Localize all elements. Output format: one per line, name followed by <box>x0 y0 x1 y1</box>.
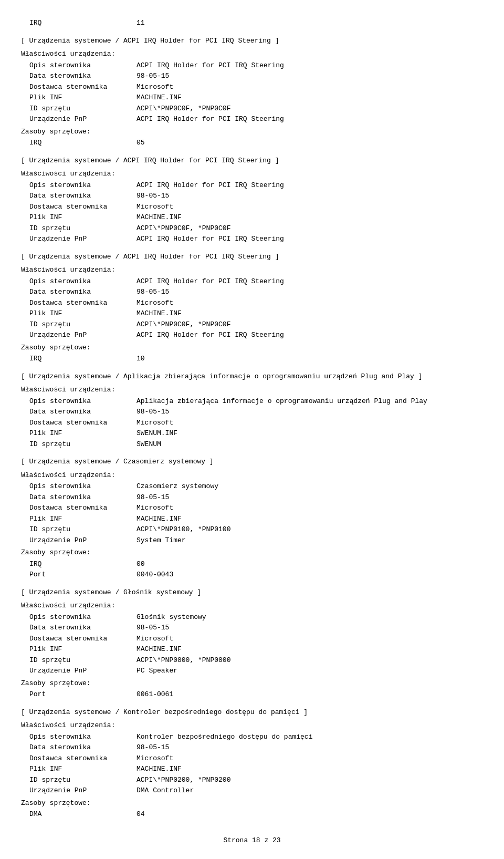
property-value-1-3: MACHINE.INF <box>136 212 483 223</box>
property-row-2-2: Dostawca sterownikaMicrosoft <box>21 298 483 308</box>
property-value-4-3: MACHINE.INF <box>136 514 483 524</box>
resource-row-4-0: IRQ00 <box>21 559 483 570</box>
property-row-2-1: Data sterownika98-05-15 <box>21 287 483 297</box>
resources-title-4: Zasoby sprzętowe: <box>21 547 483 558</box>
resource-row-0-0: IRQ05 <box>21 138 483 148</box>
property-value-0-2: Microsoft <box>136 82 483 92</box>
property-value-6-4: ACPI\*PNP0200, *PNP0200 <box>136 775 483 785</box>
irq-standalone-label: IRQ <box>29 18 136 28</box>
property-row-1-1: Data sterownika98-05-15 <box>21 191 483 201</box>
property-row-1-5: Urządzenie PnPACPI IRQ Holder for PCI IR… <box>21 234 483 244</box>
section-header-4: [ Urządzenia systemowe / Czasomierz syst… <box>21 457 483 467</box>
irq-standalone-row: IRQ 11 <box>29 18 483 28</box>
property-row-5-2: Dostawca sterownikaMicrosoft <box>21 634 483 644</box>
property-row-0-3: Plik INFMACHINE.INF <box>21 92 483 103</box>
property-row-6-5: Urządzenie PnPDMA Controller <box>21 785 483 796</box>
property-value-6-0: Kontroler bezpośredniego dostępu do pami… <box>136 732 483 742</box>
resources-title-0: Zasoby sprzętowe: <box>21 127 483 137</box>
resource-value-2-0: 10 <box>136 354 483 364</box>
property-row-1-4: ID sprzętuACPI\*PNP0C0F, *PNP0C0F <box>21 223 483 234</box>
property-value-3-4: SWENUM <box>136 439 483 450</box>
property-label-6-1: Data sterownika <box>21 742 136 753</box>
property-label-6-5: Urządzenie PnP <box>21 785 136 796</box>
property-value-1-0: ACPI IRQ Holder for PCI IRQ Steering <box>136 180 483 191</box>
properties-title-6: Właściwości urządzenia: <box>21 720 483 731</box>
property-label-5-4: ID sprzętu <box>21 655 136 666</box>
property-row-3-4: ID sprzętuSWENUM <box>21 439 483 450</box>
property-value-3-2: Microsoft <box>136 418 483 428</box>
property-value-2-3: MACHINE.INF <box>136 308 483 319</box>
property-value-2-2: Microsoft <box>136 298 483 308</box>
property-row-4-5: Urządzenie PnPSystem Timer <box>21 535 483 546</box>
property-row-1-2: Dostawca sterownikaMicrosoft <box>21 202 483 212</box>
property-label-2-0: Opis sterownika <box>21 276 136 287</box>
property-row-0-1: Data sterownika98-05-15 <box>21 71 483 81</box>
property-label-2-3: Plik INF <box>21 308 136 319</box>
property-value-5-4: ACPI\*PNP0800, *PNP0800 <box>136 655 483 666</box>
section-header-6: [ Urządzenia systemowe / Kontroler bezpo… <box>21 707 483 718</box>
property-row-1-3: Plik INFMACHINE.INF <box>21 212 483 223</box>
resource-value-4-0: 00 <box>136 559 483 570</box>
property-row-2-3: Plik INFMACHINE.INF <box>21 308 483 319</box>
resource-value-6-0: 04 <box>136 809 483 820</box>
properties-title-0: Właściwości urządzenia: <box>21 49 483 59</box>
property-row-0-0: Opis sterownikaACPI IRQ Holder for PCI I… <box>21 60 483 71</box>
property-label-0-1: Data sterownika <box>21 71 136 81</box>
resource-value-4-1: 0040-0043 <box>136 570 483 580</box>
property-value-0-5: ACPI IRQ Holder for PCI IRQ Steering <box>136 114 483 125</box>
property-label-4-1: Data sterownika <box>21 492 136 503</box>
property-label-4-4: ID sprzętu <box>21 524 136 535</box>
property-label-5-0: Opis sterownika <box>21 612 136 623</box>
property-value-1-2: Microsoft <box>136 202 483 212</box>
resources-block-0: Zasoby sprzętowe:IRQ05 <box>21 127 483 148</box>
property-label-3-0: Opis sterownika <box>21 396 136 407</box>
property-label-4-0: Opis sterownika <box>21 481 136 492</box>
property-label-1-5: Urządzenie PnP <box>21 234 136 244</box>
property-row-4-3: Plik INFMACHINE.INF <box>21 514 483 524</box>
property-value-4-1: 98-05-15 <box>136 492 483 503</box>
property-label-2-2: Dostawca sterownika <box>21 298 136 308</box>
section-header-3: [ Urządzenia systemowe / Aplikacja zbier… <box>21 371 483 382</box>
property-value-6-1: 98-05-15 <box>136 742 483 753</box>
properties-block-2: Właściwości urządzenia:Opis sterownikaAC… <box>21 265 483 340</box>
property-row-0-2: Dostawca sterownikaMicrosoft <box>21 82 483 92</box>
property-row-3-2: Dostawca sterownikaMicrosoft <box>21 418 483 428</box>
resource-label-0-0: IRQ <box>21 138 136 148</box>
property-value-0-0: ACPI IRQ Holder for PCI IRQ Steering <box>136 60 483 71</box>
property-row-4-0: Opis sterownikaCzasomierz systemowy <box>21 481 483 492</box>
property-value-2-4: ACPI\*PNP0C0F, *PNP0C0F <box>136 319 483 330</box>
property-value-6-5: DMA Controller <box>136 785 483 796</box>
properties-title-5: Właściwości urządzenia: <box>21 601 483 611</box>
property-value-2-5: ACPI IRQ Holder for PCI IRQ Steering <box>136 330 483 340</box>
property-label-5-2: Dostawca sterownika <box>21 634 136 644</box>
property-value-0-3: MACHINE.INF <box>136 92 483 103</box>
property-row-6-1: Data sterownika98-05-15 <box>21 742 483 753</box>
property-label-3-3: Plik INF <box>21 428 136 439</box>
property-row-6-4: ID sprzętuACPI\*PNP0200, *PNP0200 <box>21 775 483 785</box>
property-value-5-1: 98-05-15 <box>136 623 483 633</box>
resources-block-2: Zasoby sprzętowe:IRQ10 <box>21 343 483 364</box>
property-label-2-1: Data sterownika <box>21 287 136 297</box>
property-row-3-1: Data sterownika98-05-15 <box>21 407 483 417</box>
page-footer: Strona 18 z 23 <box>21 835 483 846</box>
property-value-3-3: SWENUM.INF <box>136 428 483 439</box>
resource-value-0-0: 05 <box>136 138 483 148</box>
property-row-6-3: Plik INFMACHINE.INF <box>21 764 483 774</box>
property-row-5-3: Plik INFMACHINE.INF <box>21 644 483 655</box>
properties-block-0: Właściwości urządzenia:Opis sterownikaAC… <box>21 49 483 125</box>
property-label-0-0: Opis sterownika <box>21 60 136 71</box>
property-value-5-2: Microsoft <box>136 634 483 644</box>
resource-row-4-1: Port0040-0043 <box>21 570 483 580</box>
property-label-0-3: Plik INF <box>21 92 136 103</box>
property-value-5-0: Głośnik systemowy <box>136 612 483 623</box>
property-label-4-2: Dostawca sterownika <box>21 503 136 513</box>
property-label-1-3: Plik INF <box>21 212 136 223</box>
property-label-6-0: Opis sterownika <box>21 732 136 742</box>
property-label-5-1: Data sterownika <box>21 623 136 633</box>
property-value-5-3: MACHINE.INF <box>136 644 483 655</box>
resource-label-4-0: IRQ <box>21 559 136 570</box>
resource-label-5-0: Port <box>21 689 136 700</box>
property-row-4-1: Data sterownika98-05-15 <box>21 492 483 503</box>
property-label-0-4: ID sprzętu <box>21 104 136 114</box>
resources-block-5: Zasoby sprzętowe:Port0061-0061 <box>21 678 483 700</box>
